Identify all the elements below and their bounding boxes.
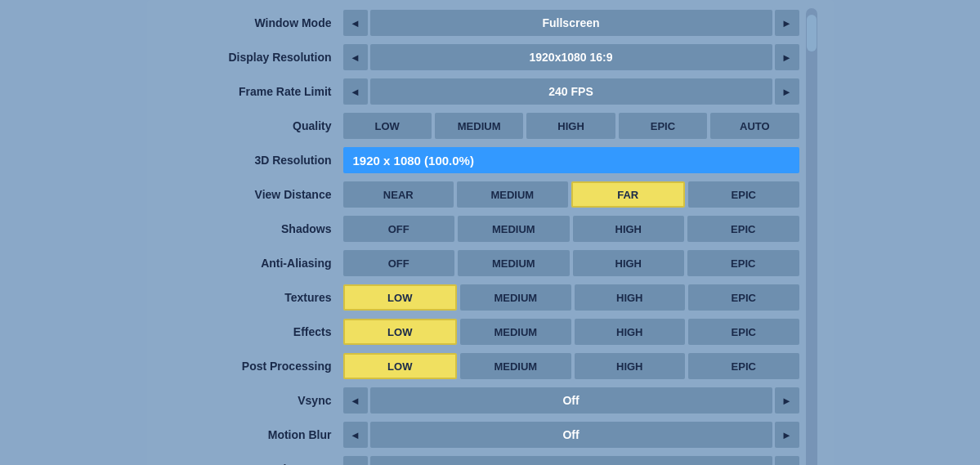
quality-btn-textures-low[interactable]: LOW xyxy=(343,284,458,311)
left-arrow-window-mode[interactable]: ◄ xyxy=(343,10,368,36)
quality-btn-view-distance-medium[interactable]: MEDIUM xyxy=(457,181,568,208)
quality-btn-anti-aliasing-medium[interactable]: MEDIUM xyxy=(458,250,570,276)
quality-btn-effects-medium[interactable]: MEDIUM xyxy=(460,319,571,345)
quality-btn-anti-aliasing-off[interactable]: OFF xyxy=(343,250,455,276)
quality-btn-effects-epic[interactable]: EPIC xyxy=(688,319,799,345)
row-show-fps: Show FPS◄On► xyxy=(163,454,799,465)
right-arrow-vsync[interactable]: ► xyxy=(775,387,799,414)
quality-btn-quality-auto[interactable]: AUTO xyxy=(710,113,799,139)
quality-btn-shadows-epic[interactable]: EPIC xyxy=(687,216,799,242)
value-window-mode: Fullscreen xyxy=(370,10,772,36)
row-shadows: ShadowsOFFMEDIUMHIGHEPIC xyxy=(163,214,799,244)
row-view-distance: View DistanceNEARMEDIUMFAREPIC xyxy=(163,180,799,209)
value-motion-blur: Off xyxy=(370,422,772,448)
label-motion-blur: Motion Blur xyxy=(163,428,343,441)
quality-btn-post-processing-high[interactable]: HIGH xyxy=(575,353,686,379)
label-3d-resolution: 3D Resolution xyxy=(163,154,343,167)
quality-btn-post-processing-low[interactable]: LOW xyxy=(343,353,458,379)
label-effects: Effects xyxy=(163,325,343,338)
label-shadows: Shadows xyxy=(163,222,343,235)
row-motion-blur: Motion Blur◄Off► xyxy=(163,420,799,449)
quality-btn-shadows-high[interactable]: HIGH xyxy=(573,216,685,242)
value-frame-rate-limit: 240 FPS xyxy=(370,78,772,105)
quality-btn-view-distance-far[interactable]: FAR xyxy=(571,181,686,208)
label-anti-aliasing: Anti-Aliasing xyxy=(163,257,343,270)
bar-3d-resolution: 1920 x 1080 (100.0%) xyxy=(343,147,799,173)
label-display-resolution: Display Resolution xyxy=(163,51,343,64)
row-anti-aliasing: Anti-AliasingOFFMEDIUMHIGHEPIC xyxy=(163,248,799,278)
quality-btn-effects-high[interactable]: HIGH xyxy=(575,319,686,345)
row-post-processing: Post ProcessingLOWMEDIUMHIGHEPIC xyxy=(163,351,799,381)
right-arrow-display-resolution[interactable]: ► xyxy=(775,44,799,70)
right-arrow-window-mode[interactable]: ► xyxy=(775,10,799,36)
quality-btn-textures-medium[interactable]: MEDIUM xyxy=(460,284,571,311)
left-arrow-motion-blur[interactable]: ◄ xyxy=(343,422,368,448)
quality-btn-view-distance-near[interactable]: NEAR xyxy=(343,181,454,208)
label-textures: Textures xyxy=(163,291,343,304)
label-frame-rate-limit: Frame Rate Limit xyxy=(163,85,343,98)
left-arrow-vsync[interactable]: ◄ xyxy=(343,387,368,414)
settings-rows: Window Mode◄Fullscreen►Display Resolutio… xyxy=(163,8,799,465)
quality-btn-quality-epic[interactable]: EPIC xyxy=(619,113,707,139)
left-arrow-display-resolution[interactable]: ◄ xyxy=(343,44,368,70)
row-window-mode: Window Mode◄Fullscreen► xyxy=(163,8,799,38)
value-vsync: Off xyxy=(370,387,772,414)
left-arrow-show-fps[interactable]: ◄ xyxy=(343,456,368,465)
quality-btn-quality-low[interactable]: LOW xyxy=(343,113,432,139)
label-view-distance: View Distance xyxy=(163,188,343,201)
label-vsync: Vsync xyxy=(163,394,343,407)
row-display-resolution: Display Resolution◄1920x1080 16:9► xyxy=(163,42,799,72)
label-window-mode: Window Mode xyxy=(163,16,343,29)
row-frame-rate-limit: Frame Rate Limit◄240 FPS► xyxy=(163,77,799,106)
quality-btn-effects-low[interactable]: LOW xyxy=(343,319,458,345)
label-quality: Quality xyxy=(163,119,343,132)
label-post-processing: Post Processing xyxy=(163,360,343,373)
quality-btn-anti-aliasing-high[interactable]: HIGH xyxy=(573,250,685,276)
quality-btn-view-distance-epic[interactable]: EPIC xyxy=(688,181,799,208)
quality-btn-anti-aliasing-epic[interactable]: EPIC xyxy=(687,250,799,276)
settings-panel: Window Mode◄Fullscreen►Display Resolutio… xyxy=(147,0,834,465)
value-display-resolution: 1920x1080 16:9 xyxy=(370,44,772,70)
quality-btn-textures-epic[interactable]: EPIC xyxy=(688,284,799,311)
quality-btn-post-processing-epic[interactable]: EPIC xyxy=(688,353,799,379)
row-effects: EffectsLOWMEDIUMHIGHEPIC xyxy=(163,317,799,347)
row-3d-resolution: 3D Resolution1920 x 1080 (100.0%) xyxy=(163,145,799,175)
right-arrow-show-fps[interactable]: ► xyxy=(775,456,799,465)
right-arrow-frame-rate-limit[interactable]: ► xyxy=(775,78,799,105)
quality-btn-textures-high[interactable]: HIGH xyxy=(575,284,686,311)
row-quality: QualityLOWMEDIUMHIGHEPICAUTO xyxy=(163,111,799,141)
scrollbar-thumb[interactable] xyxy=(807,15,817,51)
quality-btn-shadows-off[interactable]: OFF xyxy=(343,216,455,242)
quality-btn-post-processing-medium[interactable]: MEDIUM xyxy=(460,353,571,379)
quality-btn-quality-medium[interactable]: MEDIUM xyxy=(435,113,523,139)
quality-btn-quality-high[interactable]: HIGH xyxy=(526,113,615,139)
row-vsync: Vsync◄Off► xyxy=(163,386,799,415)
value-show-fps: On xyxy=(370,456,772,465)
scrollbar-track[interactable] xyxy=(806,8,817,465)
row-textures: TexturesLOWMEDIUMHIGHEPIC xyxy=(163,283,799,312)
quality-btn-shadows-medium[interactable]: MEDIUM xyxy=(458,216,570,242)
left-arrow-frame-rate-limit[interactable]: ◄ xyxy=(343,78,368,105)
right-arrow-motion-blur[interactable]: ► xyxy=(775,422,799,448)
